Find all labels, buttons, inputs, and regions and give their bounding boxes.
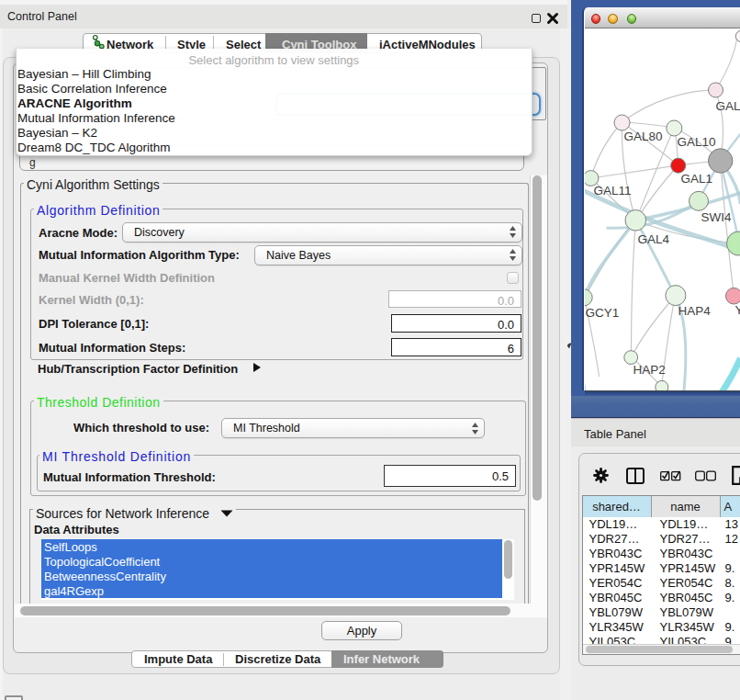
svg-text:HAP4: HAP4: [678, 304, 711, 318]
svg-text:GAL10: GAL10: [677, 135, 715, 149]
svg-text:GAL7: GAL7: [715, 99, 740, 113]
svg-text:GCY1: GCY1: [585, 306, 619, 320]
svg-text:GAL11: GAL11: [593, 184, 631, 198]
svg-text:GAL1: GAL1: [680, 172, 712, 186]
svg-text:HAP2: HAP2: [633, 363, 665, 377]
svg-text:GAL4: GAL4: [637, 232, 669, 246]
svg-text:Y: Y: [734, 303, 740, 317]
svg-text:GAL80: GAL80: [623, 130, 662, 143]
svg-text:SWI4: SWI4: [701, 210, 731, 224]
